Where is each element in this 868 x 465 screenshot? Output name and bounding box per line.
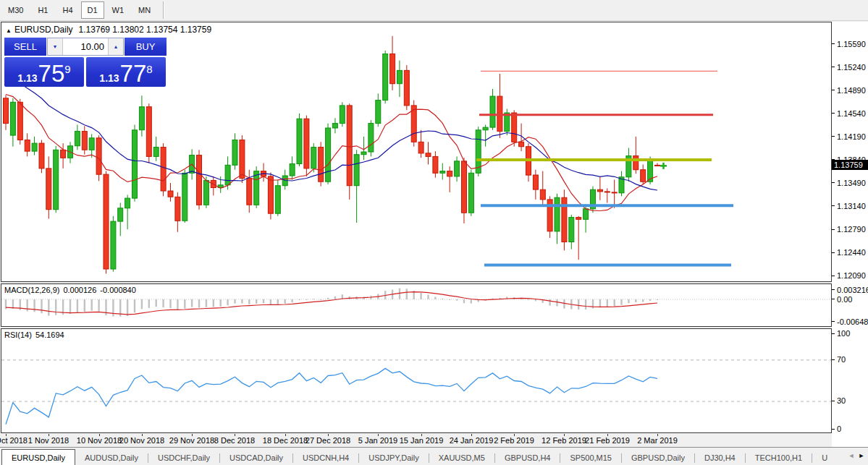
time-axis-label: 20 Nov 2018 [119, 436, 164, 445]
candlestick [440, 163, 445, 180]
chart-tab-tech100-h1[interactable]: TECH100,H1 [746, 451, 812, 465]
sell-price-box[interactable]: 1.13759 [4, 57, 84, 87]
price-axis-label: 1.14190 [837, 132, 868, 141]
time-axis-label: 27 Dec 2018 [306, 436, 350, 445]
chart-tab-u[interactable]: U [812, 451, 837, 465]
rsi-indicator-pane[interactable]: RSI(14)54.1694 [1, 328, 832, 433]
candlestick [225, 156, 230, 189]
volume-decrease-button[interactable]: ▼ [48, 38, 63, 55]
price-axis[interactable]: 1.155901.152401.148901.145401.141901.138… [832, 22, 868, 447]
candlestick [340, 102, 345, 127]
macd-name: MACD(12,26,9) [4, 286, 59, 294]
buy-price-pip: 8 [146, 65, 152, 74]
candlestick [146, 103, 151, 163]
price-axis-tick [832, 252, 835, 253]
price-axis-tick [832, 90, 835, 90]
candlestick [418, 130, 424, 158]
spinner-down-icon: ▼ [53, 44, 58, 49]
candlestick [61, 143, 66, 168]
timeframe-button-h4[interactable]: H4 [56, 1, 79, 19]
chart-tab-usdcnh-h4[interactable]: USDCNH,H4 [293, 451, 358, 465]
candlestick [569, 215, 574, 249]
macd-signal-value: -0.000840 [100, 286, 136, 294]
chart-tab-dj30-h4[interactable]: DJ30,H4 [695, 451, 745, 465]
macd-axis-tick [832, 299, 835, 299]
rsi-value: 54.1694 [35, 330, 64, 339]
candlestick [46, 156, 51, 218]
candlestick [311, 143, 316, 172]
chart-tab-gbpusd-h4[interactable]: GBPUSD,H4 [495, 451, 560, 465]
macd-indicator-pane[interactable]: MACD(12,26,9)0.000126-0.000840 [1, 283, 832, 327]
timeframe-button-mn[interactable]: MN [132, 1, 157, 19]
candlestick [597, 176, 602, 200]
candlestick [326, 124, 331, 184]
volume-input[interactable] [63, 38, 108, 55]
candlestick [468, 170, 473, 216]
candlestick [182, 170, 187, 223]
candlestick [32, 137, 37, 155]
candlestick [655, 163, 660, 166]
time-axis-label: 24 Jan 2019 [450, 436, 494, 445]
candlestick [111, 216, 116, 272]
timeframe-toolbar: M30H1H4D1W1MN [0, 0, 868, 21]
candlestick [411, 101, 416, 147]
chart-tab-usdcad-daily[interactable]: USDCAD,Daily [220, 451, 292, 465]
chart-title-bar: ▲EURUSD,Daily1.13769 1.13802 1.13754 1.1… [6, 25, 211, 35]
tab-scroll-right-button[interactable]: ► [856, 449, 867, 462]
chart-tab-eurusd-daily[interactable]: EURUSD,Daily [1, 449, 75, 465]
candlestick [633, 137, 639, 174]
price-axis-tick [832, 182, 835, 183]
candlestick [383, 51, 388, 103]
chart-tab-sp500-m15[interactable]: SP500,M15 [560, 451, 620, 465]
candlestick [139, 95, 144, 137]
candlestick [89, 134, 94, 158]
price-axis-tick [832, 43, 835, 44]
timeframe-button-d1[interactable]: D1 [81, 1, 104, 19]
buy-price-box[interactable]: 1.13778 [86, 57, 166, 87]
timeframe-button-w1[interactable]: W1 [106, 1, 131, 19]
candlestick [118, 203, 123, 236]
candlestick [132, 125, 138, 202]
toolbar-separator [163, 1, 164, 19]
candlestick [526, 143, 531, 182]
volume-increase-button[interactable]: ▲ [108, 38, 123, 55]
timeframe-button-h1[interactable]: H1 [31, 1, 54, 19]
time-axis-label: 12 Feb 2019 [542, 436, 586, 445]
time-axis[interactable]: 23 Oct 20181 Nov 201810 Nov 201820 Nov 2… [0, 434, 868, 447]
chart-tab-gbpusd-daily[interactable]: GBPUSD,Daily [622, 451, 694, 465]
current-price-badge: 1.13759 [832, 160, 868, 170]
chart-tab-audusd-daily[interactable]: AUDUSD,Daily [75, 451, 148, 465]
macd-axis-label: 0.00 [837, 295, 868, 304]
candlestick [232, 133, 237, 169]
candlestick [490, 89, 495, 130]
candlestick [125, 195, 130, 230]
macd-label: MACD(12,26,9)0.000126-0.000840 [4, 286, 140, 294]
chart-tab-usdchf-daily[interactable]: USDCHF,Daily [148, 451, 219, 465]
chart-tab-xauusd-m5[interactable]: XAUUSD,M5 [429, 451, 494, 465]
candlestick [547, 196, 552, 238]
macd-axis-tick [832, 321, 835, 322]
price-axis-label: 1.14890 [837, 86, 868, 95]
time-axis-label: 29 Nov 2018 [169, 436, 214, 445]
macd-main-value: 0.000126 [63, 286, 96, 294]
rsi-chart-svg [1, 329, 831, 432]
candlestick [10, 98, 15, 147]
sell-price-big: 75 [38, 63, 65, 84]
tab-scroll-left-button[interactable]: ◄ [846, 449, 856, 462]
sell-price-prefix: 1.13 [17, 72, 37, 84]
buy-button[interactable]: BUY [125, 38, 167, 56]
price-axis-label: 1.14540 [837, 109, 868, 118]
macd-axis-tick [832, 289, 835, 290]
candlestick [39, 140, 44, 174]
chart-tab-usdjpy-daily[interactable]: USDJPY,Daily [359, 451, 429, 465]
time-axis-label: 15 Jan 2019 [400, 436, 444, 445]
trading-platform-window: M30H1H4D1W1MN ▲EURUSD,Daily1.13769 1.138… [0, 0, 868, 465]
price-axis-label: 1.12790 [837, 225, 868, 234]
collapse-trade-panel-icon[interactable]: ▲ [6, 27, 12, 34]
timeframe-button-m30[interactable]: M30 [1, 1, 30, 19]
sell-button[interactable]: SELL [4, 38, 46, 56]
candlestick [390, 36, 395, 90]
candlestick [476, 127, 481, 176]
sell-price-pip: 9 [64, 65, 70, 74]
time-axis-label: 23 Oct 2018 [0, 436, 28, 445]
